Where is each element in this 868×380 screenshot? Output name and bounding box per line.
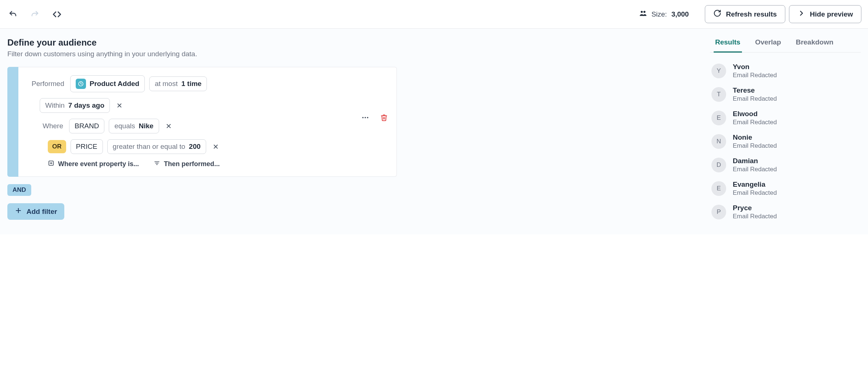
refresh-results-button[interactable]: Refresh results [705, 5, 785, 23]
brand-value-chip[interactable]: equals Nike [109, 119, 159, 133]
left-pane: Define your audience Filter down custome… [0, 29, 703, 234]
tab-breakdown[interactable]: Breakdown [794, 35, 835, 53]
trash-icon[interactable] [380, 114, 388, 123]
filter-footer-actions: Where event property is... Then performe… [48, 160, 388, 168]
and-chip[interactable]: AND [7, 184, 31, 196]
price-op: greater than or equal to [113, 143, 186, 151]
brand-op: equals [114, 122, 135, 130]
filter-icon [154, 160, 160, 168]
plus-square-icon [48, 160, 54, 168]
count-value: 1 time [181, 80, 201, 88]
avatar: Y [711, 64, 726, 78]
or-row: OR PRICE greater than or equal to 200 [48, 139, 388, 154]
avatar: E [711, 111, 726, 125]
undo-icon[interactable] [7, 8, 19, 21]
result-text: Pryce Email Redacted [733, 204, 777, 220]
remove-brand-icon[interactable] [164, 121, 174, 131]
prop-price: PRICE [76, 143, 97, 151]
result-name: Pryce [733, 204, 777, 212]
where-event-property-button[interactable]: Where event property is... [48, 160, 139, 168]
hide-preview-label: Hide preview [810, 10, 853, 18]
svg-point-1 [643, 11, 646, 13]
audience-size: Size: 3,000 [639, 9, 689, 19]
result-item[interactable]: N Nonie Email Redacted [710, 130, 861, 153]
result-sub: Email Redacted [733, 189, 777, 197]
toolbar-left [7, 8, 63, 21]
result-text: Nonie Email Redacted [733, 133, 777, 150]
prop-brand-chip[interactable]: BRAND [69, 119, 105, 133]
page-subtitle: Filter down customers using anything in … [7, 50, 703, 58]
avatar: T [711, 87, 726, 102]
add-filter-button[interactable]: Add filter [7, 203, 64, 220]
hide-preview-button[interactable]: Hide preview [789, 5, 861, 23]
result-item[interactable]: D Damian Email Redacted [710, 153, 861, 177]
svg-point-17 [367, 117, 369, 118]
refresh-label: Refresh results [726, 10, 776, 18]
result-name: Yvon [733, 63, 777, 71]
result-item[interactable]: E Elwood Email Redacted [710, 106, 861, 130]
then-performed-label: Then performed... [164, 160, 220, 168]
remove-within-icon[interactable] [114, 100, 125, 111]
result-item[interactable]: Y Yvon Email Redacted [710, 59, 861, 83]
event-chip[interactable]: Product Added [70, 75, 145, 92]
result-text: Elwood Email Redacted [733, 110, 777, 126]
result-sub: Email Redacted [733, 72, 777, 79]
result-sub: Email Redacted [733, 166, 777, 173]
result-name: Terese [733, 86, 777, 94]
filter-accent [7, 67, 18, 177]
result-sub: Email Redacted [733, 142, 777, 150]
clock-icon [76, 79, 86, 89]
redo-icon [29, 8, 41, 21]
tab-results[interactable]: Results [714, 35, 742, 53]
refresh-icon [713, 9, 721, 19]
size-label: Size: [652, 10, 667, 18]
toolbar: Size: 3,000 Refresh results Hide preview [0, 0, 868, 29]
result-text: Terese Email Redacted [733, 86, 777, 103]
result-item[interactable]: P Pryce Email Redacted [710, 200, 861, 224]
avatar: D [711, 158, 726, 172]
result-name: Nonie [733, 133, 777, 141]
tab-overlap[interactable]: Overlap [754, 35, 783, 53]
right-pane: Results Overlap Breakdown Y Yvon Email R… [703, 29, 868, 234]
svg-point-0 [641, 11, 643, 13]
result-sub: Email Redacted [733, 119, 777, 126]
within-chip[interactable]: Within 7 days ago [40, 98, 110, 113]
results-list: Y Yvon Email Redacted T Terese Email Red… [710, 59, 861, 224]
svg-point-15 [362, 117, 364, 118]
result-name: Elwood [733, 110, 777, 118]
filter-block: Performed Product Added at most 1 time [7, 67, 397, 177]
result-text: Evangelia Email Redacted [733, 180, 777, 197]
page-title: Define your audience [7, 37, 703, 48]
then-performed-button[interactable]: Then performed... [154, 160, 220, 168]
where-event-property-label: Where event property is... [58, 160, 139, 168]
more-icon[interactable] [361, 114, 369, 123]
result-text: Yvon Email Redacted [733, 63, 777, 79]
chevron-right-icon [797, 9, 806, 19]
count-chip[interactable]: at most 1 time [149, 76, 207, 91]
prop-brand: BRAND [75, 122, 99, 130]
result-text: Damian Email Redacted [733, 157, 777, 173]
code-icon[interactable] [51, 8, 63, 21]
price-value-chip[interactable]: greater than or equal to 200 [107, 139, 206, 154]
svg-point-16 [365, 117, 366, 118]
within-prefix: Within [45, 101, 65, 110]
filter-card: Performed Product Added at most 1 time [18, 67, 397, 177]
event-name: Product Added [90, 80, 139, 88]
performed-label: Performed [32, 80, 64, 88]
avatar: P [711, 205, 726, 219]
add-filter-label: Add filter [26, 208, 57, 216]
result-item[interactable]: T Terese Email Redacted [710, 83, 861, 106]
result-item[interactable]: E Evangelia Email Redacted [710, 177, 861, 200]
prop-price-chip[interactable]: PRICE [71, 139, 103, 154]
result-name: Damian [733, 157, 777, 165]
price-val: 200 [189, 143, 201, 151]
or-chip[interactable]: OR [48, 140, 66, 153]
result-sub: Email Redacted [733, 95, 777, 103]
performed-row: Performed Product Added at most 1 time [32, 75, 388, 92]
remove-price-icon[interactable] [211, 141, 221, 152]
avatar: N [711, 134, 726, 149]
main: Define your audience Filter down custome… [0, 29, 868, 234]
within-row: Within 7 days ago [40, 98, 388, 113]
within-value: 7 days ago [68, 101, 104, 110]
brand-val: Nike [139, 122, 153, 130]
